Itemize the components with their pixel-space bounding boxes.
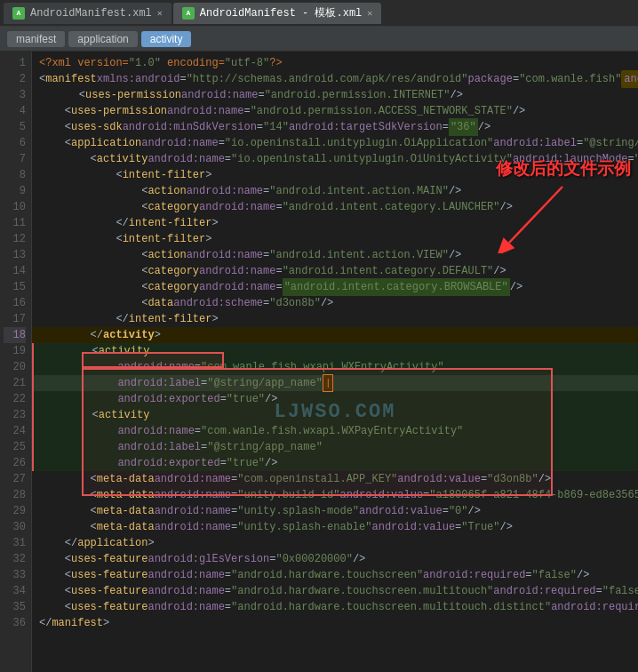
code-line-5: <uses-sdk android:minSdkVersion="14" and…: [32, 119, 638, 135]
ln-6: 6: [4, 135, 26, 151]
code-line-23: <activity: [32, 407, 638, 423]
ln-25: 25: [4, 439, 26, 455]
ln-22: 22: [4, 391, 26, 407]
ln-23: 23: [4, 407, 26, 423]
tab-btn-manifest[interactable]: manifest: [7, 31, 65, 47]
ln-19: 19: [4, 343, 26, 359]
code-content[interactable]: <?xml version="1.0" encoding="utf-8"?> <…: [32, 52, 638, 635]
code-line-29: <meta-data android:name="unity.splash-mo…: [32, 503, 638, 519]
code-line-14: <category android:name="android.intent.c…: [32, 263, 638, 279]
ln-24: 24: [4, 423, 26, 439]
code-line-13: <action android:name="android.intent.act…: [32, 247, 638, 263]
code-line-7: <activity android:name="io.openinstall.u…: [32, 151, 638, 167]
ln-3: 3: [4, 87, 26, 103]
ln-30: 30: [4, 519, 26, 535]
ln-5: 5: [4, 119, 26, 135]
code-wrapper: <?xml version="1.0" encoding="utf-8"?> <…: [32, 52, 638, 672]
ln-1: 1: [4, 55, 26, 71]
code-line-4: <uses-permission android:name="android.p…: [32, 103, 638, 119]
code-line-24: android:name="com.wanle.fish.wxapi.WXPay…: [32, 423, 638, 439]
ln-29: 29: [4, 503, 26, 519]
tab-btn-application[interactable]: application: [68, 31, 137, 47]
code-line-19: <activity: [32, 343, 638, 359]
ln-18: 18: [4, 327, 26, 343]
file-icon-1: A: [12, 7, 25, 20]
ln-28: 28: [4, 487, 26, 503]
code-line-11: </intent-filter>: [32, 215, 638, 231]
file-icon-2: A: [182, 7, 195, 20]
tab-label-1: AndroidManifest.xml: [30, 7, 152, 20]
tab-close-2[interactable]: ✕: [367, 8, 372, 19]
code-line-30: <meta-data android:name="unity.splash-en…: [32, 519, 638, 535]
ln-32: 32: [4, 551, 26, 567]
code-line-17: </intent-filter>: [32, 311, 638, 327]
code-line-10: <category android:name="android.intent.c…: [32, 199, 638, 215]
ln-11: 11: [4, 215, 26, 231]
code-line-31: </application>: [32, 535, 638, 551]
ln-2: 2: [4, 71, 26, 87]
title-bar: A AndroidManifest.xml ✕ A AndroidManifes…: [0, 0, 638, 27]
tab-androidmanifest[interactable]: A AndroidManifest.xml ✕: [4, 3, 171, 24]
ln-9: 9: [4, 183, 26, 199]
ln-34: 34: [4, 583, 26, 599]
ln-10: 10: [4, 199, 26, 215]
code-line-8: <intent-filter>: [32, 167, 638, 183]
tab-androidmanifest-template[interactable]: A AndroidManifest - 模板.xml ✕: [173, 3, 381, 24]
ln-14: 14: [4, 263, 26, 279]
code-line-32: <uses-feature android:glEsVersion="0x000…: [32, 551, 638, 567]
tab-btn-activity[interactable]: activity: [141, 31, 192, 47]
ln-27: 27: [4, 471, 26, 487]
ln-31: 31: [4, 535, 26, 551]
code-line-25: android:label="@string/app_name": [32, 439, 638, 455]
code-line-18: </activity>: [32, 327, 638, 343]
code-area: 1 2 3 4 5 6 7 8 9 10 11 12 13 14 15 16 1…: [0, 52, 638, 672]
code-line-20: android:name="com.wanle.fish.wxapi.WXEnt…: [32, 359, 638, 375]
tab-close-1[interactable]: ✕: [157, 8, 163, 19]
ln-21: 21: [4, 375, 26, 391]
code-line-12: <intent-filter>: [32, 231, 638, 247]
code-line-27: <meta-data android:name="com.openinstall…: [32, 471, 638, 487]
ln-12: 12: [4, 231, 26, 247]
code-line-3: <uses-permission android:name="android.p…: [32, 87, 638, 103]
ln-7: 7: [4, 151, 26, 167]
tab-label-2: AndroidManifest - 模板.xml: [200, 5, 362, 20]
ln-33: 33: [4, 567, 26, 583]
code-line-33: <uses-feature android:name="android.hard…: [32, 567, 638, 583]
code-line-36: </manifest>: [32, 615, 638, 631]
ln-13: 13: [4, 247, 26, 263]
code-line-21: android:label="@string/app_name"|: [32, 375, 638, 391]
code-line-26: android:exported="true"/>: [32, 455, 638, 471]
code-line-2: <manifest xmlns:android="http://schemas.…: [32, 71, 638, 87]
code-line-15: <category android:name="android.intent.c…: [32, 279, 638, 295]
ln-35: 35: [4, 599, 26, 615]
code-line-16: <data android:scheme="d3on8b" />: [32, 295, 638, 311]
line-numbers: 1 2 3 4 5 6 7 8 9 10 11 12 13 14 15 16 1…: [0, 52, 32, 672]
ln-4: 4: [4, 103, 26, 119]
code-line-34: <uses-feature android:name="android.hard…: [32, 583, 638, 599]
ln-16: 16: [4, 295, 26, 311]
code-line-28: <meta-data android:name="unity.build-id"…: [32, 487, 638, 503]
ln-36: 36: [4, 615, 26, 631]
code-line-22: android:exported="true"/>: [32, 391, 638, 407]
code-line-9: <action android:name="android.intent.act…: [32, 183, 638, 199]
code-line-35: <uses-feature android:name="android.hard…: [32, 599, 638, 615]
ln-20: 20: [4, 359, 26, 375]
ln-26: 26: [4, 455, 26, 471]
ln-17: 17: [4, 311, 26, 327]
code-line-6: <application android:name="io.openinstal…: [32, 135, 638, 151]
ln-15: 15: [4, 279, 26, 295]
tab-buttons-row: manifest application activity: [0, 27, 638, 52]
ln-8: 8: [4, 167, 26, 183]
code-line-1: <?xml version="1.0" encoding="utf-8"?>: [32, 55, 638, 71]
